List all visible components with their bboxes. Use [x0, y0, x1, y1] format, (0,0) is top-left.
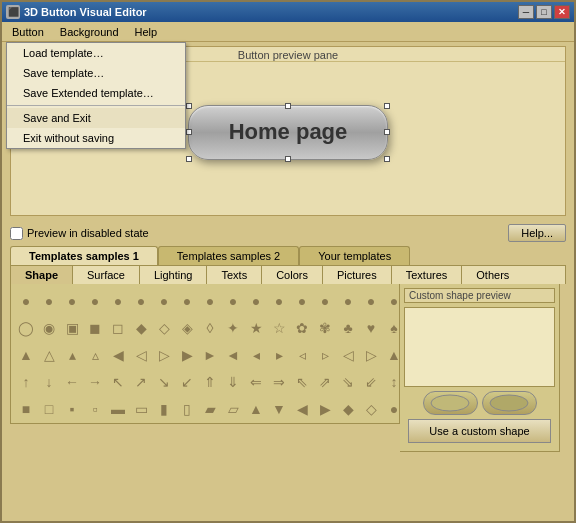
shape-cell[interactable]: ●: [383, 396, 400, 422]
shape-cell[interactable]: ▮: [153, 396, 175, 422]
use-custom-shape-button[interactable]: Use a custom shape: [408, 419, 551, 443]
shape-cell[interactable]: ↙: [176, 369, 198, 395]
shape-cell[interactable]: ▵: [84, 342, 106, 368]
shape-cell[interactable]: ◯: [15, 315, 37, 341]
shape-cell[interactable]: ■: [15, 396, 37, 422]
shape-cell[interactable]: ▶: [176, 342, 198, 368]
shape-cell[interactable]: ●: [245, 288, 267, 314]
shape-cell[interactable]: ▲: [245, 396, 267, 422]
shape-cell[interactable]: ▰: [199, 396, 221, 422]
shape-cell[interactable]: ●: [176, 288, 198, 314]
tab-pictures[interactable]: Pictures: [323, 266, 392, 284]
shape-cell[interactable]: ◆: [337, 396, 359, 422]
dropdown-load-template[interactable]: Load template…: [7, 43, 185, 63]
shape-cell[interactable]: ↗: [130, 369, 152, 395]
tab-colors[interactable]: Colors: [262, 266, 323, 284]
shape-cell[interactable]: ▬: [107, 396, 129, 422]
shape-cell[interactable]: ●: [153, 288, 175, 314]
shape-cell[interactable]: ►: [199, 342, 221, 368]
shape-cell[interactable]: ◁: [130, 342, 152, 368]
tab-texts[interactable]: Texts: [207, 266, 262, 284]
handle-bm[interactable]: [285, 156, 291, 162]
shape-cell[interactable]: ▷: [360, 342, 382, 368]
shape-cell[interactable]: ▭: [130, 396, 152, 422]
shape-cell[interactable]: ♥: [360, 315, 382, 341]
button-preview[interactable]: Home page: [188, 105, 388, 160]
shape-cell[interactable]: ★: [245, 315, 267, 341]
shape-cell[interactable]: ♠: [383, 315, 400, 341]
tab-shape[interactable]: Shape: [11, 266, 73, 284]
dropdown-save-template[interactable]: Save template…: [7, 63, 185, 83]
dropdown-save-exit[interactable]: Save and Exit: [7, 108, 185, 128]
menu-help[interactable]: Help: [127, 24, 166, 40]
shape-cell[interactable]: ▣: [61, 315, 83, 341]
shape-cell[interactable]: ⇙: [360, 369, 382, 395]
shape-btn-1[interactable]: [423, 391, 478, 415]
shape-cell[interactable]: ▲: [383, 342, 400, 368]
shape-cell[interactable]: ◇: [360, 396, 382, 422]
handle-br[interactable]: [384, 156, 390, 162]
shape-cell[interactable]: ✦: [222, 315, 244, 341]
shape-cell[interactable]: →: [84, 369, 106, 395]
handle-tr[interactable]: [384, 103, 390, 109]
tab-others[interactable]: Others: [462, 266, 523, 284]
shape-cell[interactable]: ●: [383, 288, 400, 314]
shape-cell[interactable]: ⇘: [337, 369, 359, 395]
shape-cell[interactable]: □: [38, 396, 60, 422]
shape-cell[interactable]: ⇗: [314, 369, 336, 395]
shape-cell[interactable]: ◇: [153, 315, 175, 341]
shape-cell[interactable]: ↓: [38, 369, 60, 395]
shape-cell[interactable]: ◆: [130, 315, 152, 341]
handle-lm[interactable]: [186, 129, 192, 135]
shape-cell[interactable]: ☆: [268, 315, 290, 341]
shape-cell[interactable]: ●: [291, 288, 313, 314]
minimize-button[interactable]: ─: [518, 5, 534, 19]
shape-cell[interactable]: ◂: [245, 342, 267, 368]
shape-cell[interactable]: ↖: [107, 369, 129, 395]
shape-cell[interactable]: ◁: [337, 342, 359, 368]
shape-cell[interactable]: ●: [337, 288, 359, 314]
shape-cell[interactable]: ▯: [176, 396, 198, 422]
shape-cell[interactable]: ◊: [199, 315, 221, 341]
shape-cell[interactable]: ♣: [337, 315, 359, 341]
shape-cell[interactable]: ▴: [61, 342, 83, 368]
shape-cell[interactable]: ◀: [107, 342, 129, 368]
shape-cell[interactable]: ▸: [268, 342, 290, 368]
disabled-state-checkbox-label[interactable]: Preview in disabled state: [10, 227, 149, 240]
shape-cell[interactable]: ◉: [38, 315, 60, 341]
shape-cell[interactable]: ↑: [15, 369, 37, 395]
shape-cell[interactable]: ↕: [383, 369, 400, 395]
shape-cell[interactable]: ▷: [153, 342, 175, 368]
shape-cell[interactable]: ⇐: [245, 369, 267, 395]
shape-cell[interactable]: ●: [268, 288, 290, 314]
dropdown-exit[interactable]: Exit without saving: [7, 128, 185, 148]
close-button[interactable]: ✕: [554, 5, 570, 19]
dropdown-save-extended[interactable]: Save Extended template…: [7, 83, 185, 103]
shape-cell[interactable]: ▲: [15, 342, 37, 368]
shape-cell[interactable]: ●: [314, 288, 336, 314]
handle-tl[interactable]: [186, 103, 192, 109]
tab-lighting[interactable]: Lighting: [140, 266, 208, 284]
shape-cell[interactable]: ✾: [314, 315, 336, 341]
maximize-button[interactable]: □: [536, 5, 552, 19]
disabled-state-checkbox[interactable]: [10, 227, 23, 240]
menu-button[interactable]: Button: [4, 24, 52, 40]
menu-background[interactable]: Background: [52, 24, 127, 40]
tab-surface[interactable]: Surface: [73, 266, 140, 284]
shape-cell[interactable]: ●: [107, 288, 129, 314]
shape-cell[interactable]: ◀: [291, 396, 313, 422]
handle-tm[interactable]: [285, 103, 291, 109]
shape-cell[interactable]: △: [38, 342, 60, 368]
shape-cell[interactable]: ●: [84, 288, 106, 314]
shape-cell[interactable]: ⇑: [199, 369, 221, 395]
shape-cell[interactable]: ⇒: [268, 369, 290, 395]
shape-btn-2[interactable]: [482, 391, 537, 415]
shape-cell[interactable]: ●: [130, 288, 152, 314]
shape-cell[interactable]: ◈: [176, 315, 198, 341]
shape-cell[interactable]: ●: [360, 288, 382, 314]
handle-rm[interactable]: [384, 129, 390, 135]
shape-cell[interactable]: ●: [222, 288, 244, 314]
tab-templates-1[interactable]: Templates samples 1: [10, 246, 158, 265]
shape-cell[interactable]: ↘: [153, 369, 175, 395]
handle-bl[interactable]: [186, 156, 192, 162]
